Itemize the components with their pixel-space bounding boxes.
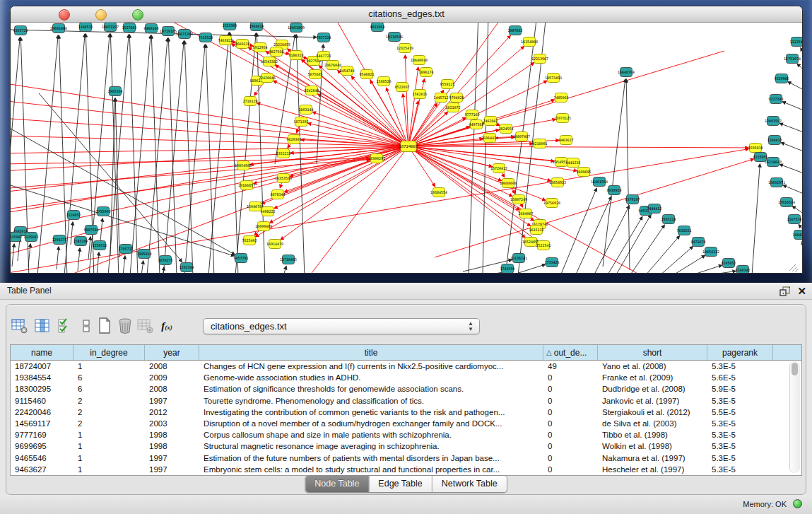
- table-row[interactable]: 946554611997Estimation of the future num…: [11, 452, 801, 464]
- canvas-resize-grip[interactable]: [789, 264, 799, 272]
- edge: [408, 146, 546, 200]
- table-options-icon[interactable]: [11, 317, 29, 334]
- table-row[interactable]: 977716911998Corpus callosum shape and si…: [11, 429, 801, 440]
- column-visibility-icon[interactable]: [33, 317, 52, 334]
- node-label: 12973125: [554, 116, 571, 120]
- node-label: 6216001: [532, 141, 547, 146]
- table-row[interactable]: 1872400712008Changes of HCN gene express…: [11, 361, 801, 372]
- function-builder-icon[interactable]: f(x): [158, 317, 176, 334]
- node-label: 9620301: [286, 137, 301, 141]
- tab-edge-table[interactable]: Edge Table: [369, 476, 432, 492]
- edge: [147, 38, 167, 273]
- node-label: 16671388: [176, 32, 193, 36]
- node-label: 1445712: [433, 95, 448, 100]
- node-label: 15718485: [280, 257, 297, 262]
- node-label: 22420046: [259, 76, 276, 80]
- close-panel-icon[interactable]: ✕: [797, 286, 806, 296]
- create-table-icon[interactable]: [95, 317, 114, 334]
- edge: [163, 41, 184, 273]
- node-label: 8813054: [370, 25, 384, 29]
- edge: [408, 146, 551, 181]
- node-label: 8441235: [565, 160, 580, 165]
- table-row[interactable]: 969969511998Structural magnetic resonanc…: [11, 440, 801, 452]
- node-label: 16401954: [591, 180, 608, 184]
- node-label: 1733426: [544, 260, 559, 264]
- tab-network-table[interactable]: Network Table: [433, 476, 507, 492]
- node-label: 1735992: [95, 209, 110, 214]
- node-label: 16914479: [266, 242, 283, 246]
- column-header-name[interactable]: name: [11, 345, 73, 360]
- column-header-title[interactable]: title: [199, 345, 543, 360]
- edge: [88, 237, 90, 259]
- table-row[interactable]: 911546021997Tourette syndrome. Phenomeno…: [11, 395, 801, 407]
- node-label: 1527602: [122, 25, 136, 30]
- edge: [483, 23, 488, 273]
- table-row[interactable]: 1456911722003Disruption of a novel membe…: [11, 418, 801, 429]
- column-header-year[interactable]: year: [145, 345, 199, 360]
- memory-status-label: Memory: OK: [743, 500, 787, 508]
- edge: [801, 48, 802, 53]
- edge: [690, 265, 722, 273]
- node-label: 9240342: [735, 268, 750, 272]
- edge: [168, 38, 177, 273]
- node-label: 10653287: [102, 25, 119, 29]
- tab-node-table[interactable]: Node Table: [305, 476, 369, 492]
- table-row[interactable]: 2242004622012Investigating the contribut…: [11, 407, 801, 418]
- cytoscape-desktop: citations_edges.txt 18300295193845544355…: [0, 0, 812, 283]
- float-panel-icon[interactable]: [779, 286, 791, 296]
- edge: [408, 146, 435, 187]
- table-body: 1872400712008Changes of HCN gene express…: [11, 361, 801, 475]
- table-vertical-scrollbar[interactable]: [789, 361, 800, 473]
- select-attributes-icon[interactable]: [55, 317, 73, 334]
- edge: [108, 35, 129, 273]
- edge: [28, 244, 30, 267]
- node-label: 15751074: [784, 57, 801, 61]
- table-row[interactable]: 946362711997Embryonic stem cells: a mode…: [11, 464, 801, 475]
- network-window-titlebar[interactable]: citations_edges.txt: [11, 6, 802, 23]
- row-height-icon[interactable]: [77, 317, 95, 334]
- node-label: 12325419: [396, 46, 413, 50]
- edge: [408, 146, 525, 238]
- table-panel-title: Table Panel: [7, 286, 52, 296]
- delete-table-icon[interactable]: [116, 317, 134, 334]
- node-label: 1292344: [179, 265, 194, 269]
- table-panel-header[interactable]: Table Panel ✕: [0, 283, 812, 300]
- column-header-short[interactable]: short: [598, 345, 707, 360]
- node-label: 2684067: [518, 211, 533, 216]
- table-panel-body: f(x) citations_edges.txt ▲▼ namein_degre…: [6, 304, 806, 495]
- node-label: 8471670: [690, 240, 705, 244]
- edge: [607, 217, 642, 273]
- column-header-in_degree[interactable]: in_degree: [73, 345, 145, 360]
- node-label: 9777169: [464, 112, 479, 117]
- node-label: 1964610: [249, 24, 264, 28]
- edge: [12, 244, 14, 267]
- node-label: 2522541: [536, 243, 551, 247]
- node-label: 1871392: [293, 119, 308, 124]
- node-label: 1562615: [412, 92, 427, 96]
- table-row[interactable]: 1830029562008Estimation of significance …: [11, 383, 801, 395]
- column-header-out_de[interactable]: △out_de...: [543, 345, 598, 360]
- network-canvas[interactable]: 1830029519384554435572420691406110653210…: [11, 23, 802, 273]
- edge: [645, 236, 679, 273]
- node-label: 9457791: [233, 256, 248, 260]
- node-label: 16353534: [275, 176, 292, 180]
- table-row[interactable]: 1938455462009Genome-wide association stu…: [11, 372, 801, 383]
- node-label: 1595838: [748, 146, 763, 150]
- node-label: 15046784: [247, 204, 264, 209]
- scrollbar-thumb[interactable]: [792, 363, 798, 375]
- node-label: 1106532: [78, 25, 93, 29]
- node-label: 15720417: [490, 166, 507, 170]
- node-label: 2905334: [107, 89, 122, 93]
- edge: [626, 79, 630, 270]
- node-label: 10719185: [160, 29, 177, 33]
- edge: [257, 33, 265, 273]
- delete-table-disabled-icon: [136, 317, 155, 334]
- node-label: 16136141: [510, 256, 527, 260]
- column-header-pagerank[interactable]: pagerank: [707, 345, 773, 360]
- node-label: 8522037: [394, 85, 409, 89]
- node-label: 9242848: [304, 88, 319, 93]
- table-selector-dropdown[interactable]: citations_edges.txt ▲▼: [203, 318, 480, 334]
- node-label: 16648784: [618, 70, 635, 74]
- edge: [704, 271, 736, 273]
- edge: [469, 23, 478, 273]
